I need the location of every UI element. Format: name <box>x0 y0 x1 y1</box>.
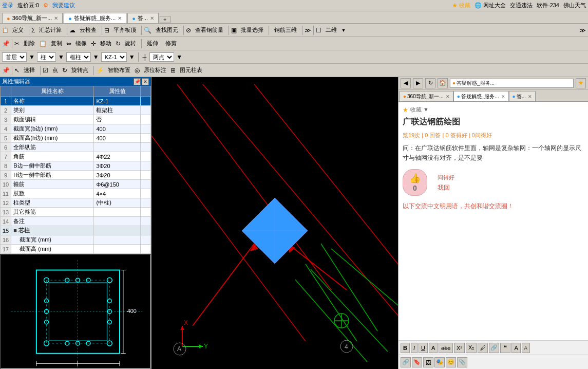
prop-value-cell[interactable]: KZ-1 <box>94 97 141 106</box>
mirror-btn[interactable]: 镜像 <box>72 39 90 48</box>
superscript-btn[interactable]: X² <box>454 343 465 353</box>
member-type-select[interactable]: 柱 <box>37 52 56 62</box>
cloud-check-btn[interactable]: 云检查 <box>77 25 100 35</box>
forward-btn[interactable]: ▶ <box>413 78 423 88</box>
right-tab-third[interactable]: ● 答... ✕ <box>509 91 536 101</box>
cursor-icon: ↖ <box>14 67 20 74</box>
link2-btn[interactable]: 🔗 <box>401 357 411 367</box>
copy-btn[interactable]: 复制 <box>48 39 65 48</box>
prop-name-cell: 截面编辑 <box>11 115 94 124</box>
more-icon[interactable]: ≫ <box>579 27 586 34</box>
find-elem-btn[interactable]: 查找图元 <box>153 25 181 35</box>
address-bar[interactable]: ● 答疑解惑_服务... <box>450 79 574 88</box>
define-btn[interactable]: 定义 <box>9 25 27 35</box>
right-tab-360-label: 360导航_新一... <box>407 93 444 100</box>
align-top-btn[interactable]: 平齐板顶 <box>110 25 139 35</box>
software-count[interactable]: 软件-234 <box>537 2 559 9</box>
element-type-select[interactable]: 框柱 <box>66 52 91 62</box>
right-tab-answers-close[interactable]: ✕ <box>501 94 505 99</box>
select-btn[interactable]: 选择 <box>21 65 38 75</box>
prop-value-cell: 否 <box>94 115 141 124</box>
star-btn[interactable]: ★ <box>576 78 586 88</box>
toolbar-float-pin: 📌 <box>2 40 10 47</box>
bookmark-btn[interactable]: 🔖 <box>412 357 422 367</box>
italic-btn[interactable]: I <box>411 343 418 353</box>
face-btn[interactable]: 🎭 <box>434 357 445 367</box>
image-btn[interactable]: 🖼 <box>423 357 433 367</box>
emoji-btn[interactable]: 😊 <box>446 357 456 367</box>
traffic-law[interactable]: 交通违法 <box>510 2 533 9</box>
font-color-btn[interactable]: A <box>429 343 438 353</box>
subscript-btn[interactable]: X₂ <box>466 343 477 353</box>
tab-360[interactable]: ● 360导航_新一... ✕ <box>2 13 63 23</box>
tab-answers-icon: ● <box>68 15 72 22</box>
pen-btn[interactable]: 🖊 <box>478 343 488 353</box>
fav-star-icon: ★ <box>403 106 408 114</box>
quote-btn[interactable]: ❝ <box>500 343 510 353</box>
reply-btn[interactable]: 我回 <box>438 183 454 192</box>
recommend-btn[interactable]: 我要建议 <box>52 2 75 9</box>
point-btn[interactable]: 点 <box>49 65 61 75</box>
table-row: 8B边一侧中部筋3Φ20 <box>1 161 151 171</box>
dropdown-arrow[interactable]: ▼ <box>341 28 346 33</box>
login-link[interactable]: 登录 <box>2 2 13 9</box>
weather[interactable]: 佛山天气 <box>563 2 586 9</box>
right-tab-third-close[interactable]: ✕ <box>528 94 532 99</box>
rebar-3d-btn[interactable]: 钢筋三维 <box>271 25 300 35</box>
fav-star[interactable]: ★ 收藏 <box>452 2 470 9</box>
home-btn[interactable]: 🏠 <box>438 78 448 88</box>
extend-btn[interactable]: 延伸 <box>144 39 161 48</box>
right-tab-360-close[interactable]: ✕ <box>446 94 450 99</box>
question-title: 广联达钢筋绘图 <box>403 117 584 127</box>
view-mode-select[interactable]: 两点 <box>149 52 174 62</box>
right-tab-answers[interactable]: ● 答疑解惑_服务... ✕ <box>453 91 509 101</box>
font-size-btn2[interactable]: A <box>522 343 530 353</box>
element-name-select[interactable]: KZ-1 <box>101 52 127 62</box>
cad-canvas[interactable]: 4 Y X A <box>151 77 398 369</box>
back-btn[interactable]: ◀ <box>401 78 411 88</box>
attach-btn[interactable]: 📎 <box>457 357 467 367</box>
row-num-cell: 8 <box>1 161 11 171</box>
tab-answers-close[interactable]: ✕ <box>118 15 122 21</box>
table-row: 7角筋4Φ22 <box>1 152 151 161</box>
delete-icon: ✂ <box>14 40 20 47</box>
bold-btn[interactable]: B <box>401 343 410 353</box>
prop-name-cell: 截面高(h边) (mm) <box>11 134 94 143</box>
strikethrough-btn[interactable]: abc <box>439 343 453 353</box>
scroll-cell <box>141 161 151 171</box>
batch-select-btn[interactable]: 批量选择 <box>238 25 267 35</box>
table-row: 5截面高(h边) (mm)400 <box>1 134 151 143</box>
right-content[interactable]: ★ 收藏 ▼ 广联达钢筋绘图 览19次 | 0 回答 | 0 答得好 | 0问得… <box>399 102 588 340</box>
tab-third-close[interactable]: ✕ <box>150 15 154 21</box>
move-btn[interactable]: 移动 <box>97 39 115 48</box>
scroll-cell <box>141 208 151 217</box>
tab-360-close[interactable]: ✕ <box>54 15 58 21</box>
link-btn[interactable]: 🔗 <box>489 343 499 353</box>
rotate-point-btn[interactable]: 旋转点 <box>68 65 91 75</box>
refresh-btn[interactable]: ↻ <box>425 78 435 88</box>
smart-place-btn[interactable]: 智能布置 <box>105 65 134 75</box>
rotate-btn[interactable]: 旋转 <box>122 39 139 48</box>
font-size-btn[interactable]: A <box>511 343 520 353</box>
view-rebar-btn[interactable]: 查看钢筋量 <box>192 25 226 35</box>
column-table-btn[interactable]: 图元柱表 <box>177 65 205 75</box>
prop-value-cell: 框架柱 <box>94 106 141 115</box>
like-button[interactable]: 👍 0 <box>403 169 427 196</box>
origin-mark-btn[interactable]: 原位标注 <box>141 65 169 75</box>
prop-value-cell: (中柱) <box>94 198 141 208</box>
close-panel-icon[interactable]: ✕ <box>142 78 149 85</box>
delete-btn[interactable]: 删除 <box>21 39 38 48</box>
svg-text:X: X <box>184 319 188 326</box>
new-tab-btn[interactable]: + <box>160 16 170 23</box>
summarize-btn[interactable]: 汇总计算 <box>36 25 65 35</box>
tab-answers[interactable]: ● 答疑解惑_服务... ✕ <box>64 13 126 23</box>
sep-d2 <box>40 66 41 75</box>
trim-btn[interactable]: 修剪 <box>162 39 180 48</box>
tab-third[interactable]: ● 答... ✕ <box>127 13 159 23</box>
pin-icon[interactable]: 📌 <box>134 78 141 85</box>
floor-select[interactable]: 首层 <box>2 52 27 62</box>
2d-btn[interactable]: 二维 <box>323 25 340 35</box>
underline-btn[interactable]: U <box>419 343 428 353</box>
right-tab-360[interactable]: ● 360导航_新一... ✕ <box>400 91 453 101</box>
nav-sites[interactable]: 🌐 网址大全 <box>475 2 506 9</box>
